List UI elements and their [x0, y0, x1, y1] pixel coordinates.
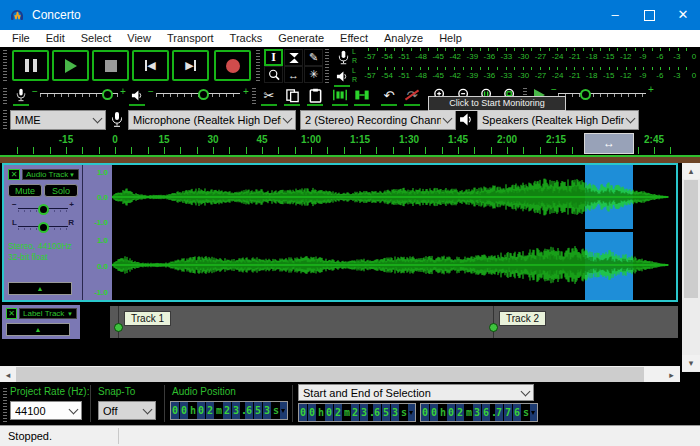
- vertical-scroll-thumb[interactable]: [684, 180, 698, 298]
- menu-item-tracks[interactable]: Tracks: [222, 30, 271, 47]
- multi-tool-button[interactable]: ✳: [304, 66, 323, 83]
- time-unit[interactable]: h: [317, 404, 325, 421]
- menu-item-analyze[interactable]: Analyze: [376, 30, 431, 47]
- time-digit[interactable]: 3: [360, 404, 369, 421]
- label-strip[interactable]: Track 1Track 2: [110, 306, 678, 338]
- menu-item-effect[interactable]: Effect: [332, 30, 376, 47]
- time-unit[interactable]: m: [465, 404, 473, 421]
- monitoring-tooltip[interactable]: Click to Start Monitoring: [428, 96, 566, 111]
- cut-button[interactable]: ✂: [260, 86, 278, 104]
- scroll-left-button[interactable]: ◂: [0, 366, 16, 383]
- undo-button[interactable]: ↶: [380, 86, 398, 104]
- time-digit[interactable]: 0: [325, 404, 334, 421]
- time-digit[interactable]: 6: [245, 402, 254, 419]
- audio-host-select[interactable]: MME: [10, 110, 106, 130]
- edit-gripper[interactable]: [252, 86, 256, 104]
- time-digit[interactable]: 5: [382, 404, 391, 421]
- time-digit[interactable]: 0: [197, 402, 206, 419]
- pan-thumb[interactable]: [38, 222, 49, 233]
- time-digit[interactable]: 0: [308, 404, 317, 421]
- record-volume-thumb[interactable]: [102, 89, 113, 100]
- collapse-track-button[interactable]: ▲: [6, 323, 70, 336]
- timeline-selection-region[interactable]: ↔: [584, 133, 634, 154]
- time-digit[interactable]: 3: [232, 402, 241, 419]
- gain-thumb[interactable]: [38, 204, 49, 215]
- time-digit[interactable]: 3: [391, 404, 400, 421]
- vertical-scrollbar[interactable]: ▴ ▾: [682, 163, 700, 372]
- time-digit[interactable]: 3: [263, 402, 272, 419]
- field-menu-arrow-icon[interactable]: [280, 402, 287, 419]
- selection-end-field[interactable]: 00h02m36.776s: [420, 403, 538, 422]
- close-track-button[interactable]: ✕: [6, 308, 17, 319]
- stop-button[interactable]: [92, 50, 129, 81]
- menu-item-help[interactable]: Help: [431, 30, 470, 47]
- playback-meter[interactable]: LR -57-54-51-48-45-42-39-36-33-30-27-24-…: [332, 66, 698, 84]
- trim-audio-button[interactable]: [331, 86, 349, 104]
- recording-channels-select[interactable]: 2 (Stereo) Recording Channels: [300, 110, 456, 130]
- collapse-track-button[interactable]: ▲: [8, 282, 72, 295]
- field-menu-arrow-icon[interactable]: [408, 404, 415, 421]
- silence-audio-button[interactable]: [353, 86, 371, 104]
- record-volume-slider[interactable]: [40, 87, 118, 103]
- label-text[interactable]: Track 2: [499, 311, 546, 326]
- track-title-menu[interactable]: Audio Track▼: [22, 169, 79, 180]
- project-rate-select[interactable]: 44100: [10, 401, 82, 420]
- time-digit[interactable]: 7: [495, 404, 504, 421]
- scroll-down-button[interactable]: ▾: [682, 355, 700, 371]
- horizontal-scroll-thumb[interactable]: [16, 367, 644, 382]
- menu-item-file[interactable]: File: [4, 30, 38, 47]
- tools-gripper[interactable]: [256, 50, 260, 81]
- time-unit[interactable]: h: [189, 402, 197, 419]
- time-digit[interactable]: 6: [513, 404, 522, 421]
- skip-to-end-button[interactable]: ▶: [172, 50, 209, 81]
- track-title-menu[interactable]: Label Track▼: [19, 308, 77, 319]
- selection-start-field[interactable]: 00h02m23.653s: [298, 403, 416, 422]
- time-unit[interactable]: s: [522, 404, 530, 421]
- waveform-area[interactable]: [112, 165, 676, 300]
- time-digit[interactable]: 0: [171, 402, 180, 419]
- gain-slider[interactable]: − +: [10, 200, 76, 216]
- recording-meter[interactable]: LR -57-54-51-48-45-42-39-36-33-30-27-24-…: [332, 47, 698, 65]
- solo-button[interactable]: Solo: [44, 184, 78, 197]
- time-digit[interactable]: 0: [299, 404, 308, 421]
- pan-slider[interactable]: L R: [10, 218, 76, 234]
- field-menu-arrow-icon[interactable]: [530, 404, 537, 421]
- time-unit[interactable]: s: [400, 404, 408, 421]
- horizontal-scrollbar[interactable]: ◂ ▸: [0, 366, 680, 383]
- playback-volume-thumb[interactable]: [198, 89, 209, 100]
- play-speed-slider[interactable]: [558, 87, 646, 103]
- record-button[interactable]: [214, 50, 251, 81]
- scroll-up-button[interactable]: ▴: [682, 163, 700, 179]
- time-digit[interactable]: 0: [430, 404, 439, 421]
- vertical-scale-ruler[interactable]: 1.00.0-1.01.00.0-1.0: [82, 165, 112, 300]
- pause-button[interactable]: [12, 50, 49, 81]
- paste-button[interactable]: [306, 86, 324, 104]
- audio-position-field[interactable]: 00h02m23.653s: [170, 401, 288, 420]
- time-shift-tool-button[interactable]: ↔: [284, 66, 303, 83]
- mute-button[interactable]: Mute: [8, 184, 42, 197]
- time-unit[interactable]: h: [439, 404, 447, 421]
- time-digit[interactable]: 2: [206, 402, 215, 419]
- envelope-tool-button[interactable]: [284, 49, 303, 66]
- copy-button[interactable]: [283, 86, 301, 104]
- selection-mode-select[interactable]: Start and End of Selection: [298, 384, 534, 401]
- snap-to-select[interactable]: Off: [98, 401, 156, 420]
- menu-item-generate[interactable]: Generate: [270, 30, 332, 47]
- time-digit[interactable]: 3: [473, 404, 482, 421]
- time-digit[interactable]: 0: [421, 404, 430, 421]
- time-digit[interactable]: 6: [482, 404, 491, 421]
- device-gripper[interactable]: [3, 110, 7, 129]
- selection-tool-button[interactable]: I: [264, 49, 283, 66]
- minimize-button[interactable]: –: [598, 0, 632, 30]
- transport-gripper[interactable]: [3, 50, 7, 81]
- time-digit[interactable]: 2: [334, 404, 343, 421]
- time-unit[interactable]: m: [215, 402, 223, 419]
- label-marker-icon[interactable]: [489, 323, 498, 332]
- skip-to-start-button[interactable]: ◀: [132, 50, 169, 81]
- play-button[interactable]: [52, 50, 89, 81]
- close-button[interactable]: ✕: [666, 0, 700, 30]
- time-digit[interactable]: 2: [456, 404, 465, 421]
- timeline-ruler[interactable]: -1501530451:001:151:301:452:002:152:302:…: [0, 132, 700, 163]
- redo-button-disabled[interactable]: ↷: [403, 86, 421, 104]
- close-track-button[interactable]: ✕: [8, 169, 20, 180]
